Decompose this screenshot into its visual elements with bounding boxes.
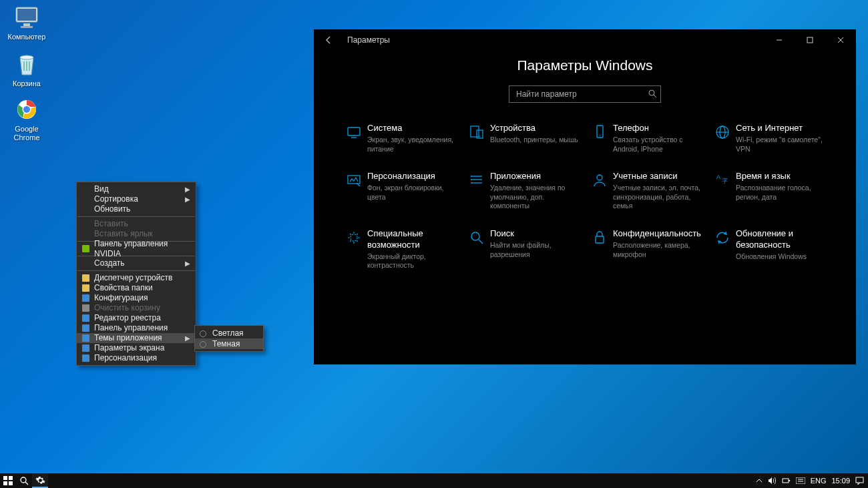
menu-item: Очистить корзину	[77, 303, 196, 313]
start-button[interactable]	[0, 473, 16, 488]
desktop-icon-label: Компьютер	[8, 33, 46, 41]
titlebar: Параметры	[314, 29, 856, 51]
settings-category-search[interactable]: ПоискНайти мои файлы, разрешения	[463, 228, 584, 270]
page-title: Параметры Windows	[517, 57, 653, 73]
settings-category-apps[interactable]: ПриложенияУдаление, значения по умолчани…	[463, 171, 584, 211]
menu-item[interactable]: Диспетчер устройств	[77, 273, 196, 283]
settings-category-devices[interactable]: УстройстваBluetooth, принтеры, мышь	[463, 123, 584, 154]
menu-item[interactable]: Создать▶	[77, 258, 196, 268]
tray-volume-icon[interactable]	[768, 477, 777, 485]
category-title: Обновление и безопасность	[736, 228, 829, 251]
close-button[interactable]	[825, 29, 856, 51]
desktop-icon-label: Корзина	[13, 79, 41, 88]
privacy-icon	[586, 228, 613, 270]
regedit-icon	[80, 313, 91, 323]
tray-language[interactable]: ENG	[811, 477, 827, 485]
desktop-icon-recycle-bin[interactable]: Корзина	[1, 51, 52, 88]
ease-icon	[341, 228, 367, 270]
desktop-icon-chrome[interactable]: Google Chrome	[1, 96, 52, 142]
menu-item[interactable]: Сортировка▶	[77, 194, 196, 204]
category-title: Персонализация	[367, 171, 461, 182]
category-title: Поиск	[490, 228, 584, 240]
menu-item[interactable]: Редактор реестра	[77, 313, 196, 323]
menu-separator	[77, 216, 195, 217]
svg-rect-14	[348, 128, 360, 136]
tray-action-center-icon[interactable]	[855, 477, 864, 485]
system-icon	[341, 123, 367, 154]
submenu-item[interactable]: Светлая	[195, 328, 263, 338]
search-input[interactable]	[509, 85, 661, 103]
svg-rect-24	[348, 176, 360, 184]
svg-rect-41	[82, 294, 89, 302]
menu-item-label: Темы приложения	[94, 333, 162, 343]
svg-point-29	[471, 179, 472, 180]
svg-point-7	[23, 106, 30, 113]
menu-item[interactable]: Темы приложения▶	[77, 333, 196, 343]
menu-item[interactable]: Вид▶	[77, 184, 196, 194]
svg-rect-51	[9, 481, 13, 485]
maximize-button[interactable]	[795, 29, 825, 51]
taskbar-search-button[interactable]	[16, 473, 32, 488]
menu-item[interactable]: Свойства папки	[77, 283, 196, 293]
menu-item[interactable]: Параметры экрана	[77, 343, 196, 353]
settings-category-system[interactable]: СистемаЭкран, звук, уведомления, питание	[341, 123, 461, 154]
category-title: Сеть и Интернет	[736, 123, 829, 134]
svg-rect-47	[82, 354, 89, 362]
taskbar-settings-button[interactable]	[32, 473, 48, 488]
settings-category-ease[interactable]: Специальные возможностиЭкранный диктор, …	[341, 228, 461, 270]
submenu-item[interactable]: Темная	[195, 338, 263, 349]
minimize-button[interactable]	[764, 29, 795, 51]
menu-item-label: Диспетчер устройств	[94, 273, 172, 283]
display-icon	[80, 343, 91, 353]
settings-category-privacy[interactable]: КонфиденциальностьРасположение, камера, …	[586, 228, 706, 270]
folder-icon	[80, 283, 91, 293]
cpanel-icon	[80, 323, 91, 333]
settings-category-time[interactable]: A字Время и языкРаспознавание голоса, реги…	[709, 171, 829, 211]
category-title: Конфиденциальность	[613, 228, 706, 240]
menu-item-label: Создать	[94, 258, 125, 268]
svg-rect-49	[9, 476, 13, 480]
svg-rect-56	[796, 477, 805, 484]
settings-category-phone[interactable]: ТелефонСвязать устройство с Android, iPh…	[586, 123, 706, 154]
tray-network-icon[interactable]	[782, 477, 791, 485]
svg-rect-37	[596, 236, 604, 243]
tray-clock[interactable]: 15:09	[831, 477, 850, 485]
empty-bin-icon	[80, 303, 91, 313]
chevron-right-icon: ▶	[185, 258, 190, 268]
settings-category-network[interactable]: Сеть и ИнтернетWi-Fi, режим "в самолете"…	[709, 123, 829, 154]
menu-item-label: Вставить ярлык	[94, 229, 153, 239]
menu-item-label: Персонализация	[94, 353, 157, 363]
svg-rect-45	[82, 334, 89, 342]
svg-rect-16	[471, 126, 479, 137]
menu-item-label: Конфигурация	[94, 293, 148, 303]
desktop-icon-label: Google Chrome	[1, 125, 52, 142]
tray-keyboard-icon[interactable]	[796, 477, 805, 484]
menu-item[interactable]: Панель управления	[77, 323, 196, 333]
menu-item-label: Панель управления	[94, 323, 168, 333]
menu-item-label: Очистить корзину	[94, 303, 160, 313]
category-title: Приложения	[490, 171, 584, 182]
menu-item[interactable]: Панель управления NVIDIA	[77, 244, 196, 254]
svg-point-30	[471, 182, 472, 184]
menu-item[interactable]: Конфигурация	[77, 293, 196, 303]
svg-line-53	[25, 482, 28, 485]
svg-rect-42	[82, 304, 89, 312]
tray-chevron-up-icon[interactable]	[756, 477, 763, 484]
svg-rect-43	[82, 314, 89, 322]
category-description: Фон, экран блокировки, цвета	[367, 184, 461, 202]
devices-icon	[463, 123, 490, 154]
settings-category-accounts[interactable]: Учетные записиУчетные записи, эл. почта,…	[586, 171, 706, 211]
settings-category-update[interactable]: Обновление и безопасностьОбновления Wind…	[709, 228, 829, 270]
back-button[interactable]	[314, 35, 343, 45]
search-icon	[463, 228, 490, 270]
menu-item[interactable]: Обновить	[77, 204, 196, 214]
desktop-icon-computer[interactable]: Компьютер	[1, 4, 52, 41]
network-icon	[709, 123, 736, 154]
computer-icon	[13, 4, 40, 31]
settings-category-personalization[interactable]: ПерсонализацияФон, экран блокировки, цве…	[341, 171, 461, 211]
category-title: Устройства	[490, 123, 584, 134]
category-description: Расположение, камера, микрофон	[613, 241, 706, 259]
category-description: Связать устройство с Android, iPhone	[613, 136, 706, 154]
menu-item[interactable]: Персонализация	[77, 353, 196, 363]
menu-item-label: Параметры экрана	[94, 343, 164, 353]
